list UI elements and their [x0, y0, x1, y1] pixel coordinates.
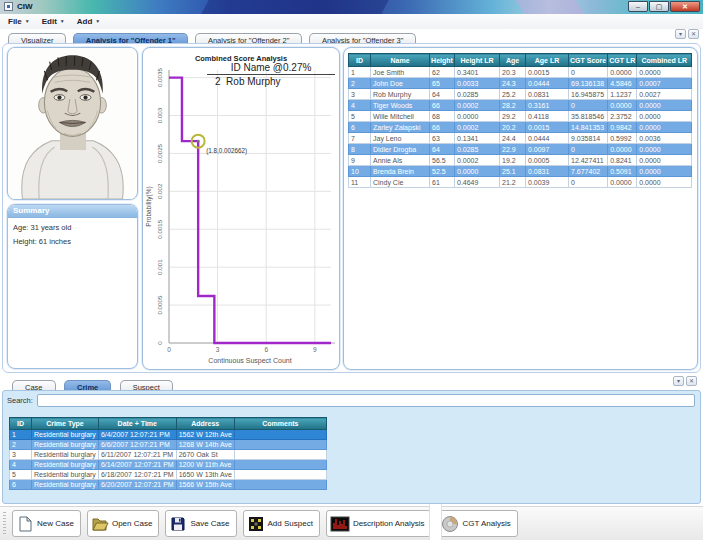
table-cell: Cindy Cie [371, 177, 430, 188]
column-header[interactable]: Comments [234, 418, 326, 430]
table-cell: Residential burglary [32, 440, 99, 450]
column-header[interactable]: Age [500, 54, 526, 67]
new-case-icon [16, 515, 34, 533]
table-row[interactable]: 6Residential burglary6/20/2007 12:07:21 … [10, 480, 327, 490]
column-header[interactable]: CGT Score [569, 54, 608, 67]
table-cell: 6/11/2007 12:07:21 PM [98, 450, 176, 460]
column-header[interactable]: Crime Type [32, 418, 99, 430]
dock-pin-icon[interactable]: ▾ [673, 376, 684, 386]
table-cell: 21.2 [500, 177, 526, 188]
table-cell: 63 [430, 133, 455, 144]
column-header[interactable]: ID [10, 418, 32, 430]
table-cell [234, 440, 326, 450]
menu-edit[interactable]: Edit▼ [42, 17, 65, 26]
column-header[interactable]: Height [430, 54, 455, 67]
table-row[interactable]: 7Jay Leno630.134124.40.04449.0358140.599… [349, 133, 692, 144]
table-cell: 6/18/2007 12:07:21 PM [98, 470, 176, 480]
table-cell: 0.3161 [526, 100, 569, 111]
chart-marker-label: (1.8,0.002662) [206, 147, 247, 155]
column-header[interactable]: Combined LR [637, 54, 692, 67]
column-header[interactable]: Name [371, 54, 430, 67]
new-case-button[interactable]: New Case [12, 510, 81, 537]
table-cell: 0.0000 [637, 144, 692, 155]
table-cell: 0.4649 [455, 177, 500, 188]
table-row[interactable]: 5Residential burglary6/18/2007 12:07:21 … [10, 470, 327, 480]
table-cell: 4 [349, 100, 371, 111]
table-cell: Residential burglary [32, 480, 99, 490]
dock-close-icon[interactable]: ✕ [686, 376, 697, 386]
table-row[interactable]: 4Residential burglary6/14/2007 12:07:21 … [10, 460, 327, 470]
y-tick-label: 0.0005 [156, 295, 163, 314]
probability-step-line [169, 78, 331, 343]
save-case-button[interactable]: Save Case [165, 510, 236, 537]
table-row[interactable]: 8Didier Drogba640.028522.90.009700.00000… [349, 144, 692, 155]
table-cell: 0.0000 [637, 100, 692, 111]
table-cell: 0.0002 [455, 100, 500, 111]
table-row[interactable]: 2John Doe650.003324.30.044469.1361384.58… [349, 78, 692, 89]
table-cell: 11 [349, 177, 371, 188]
column-header[interactable]: Age LR [526, 54, 569, 67]
column-header[interactable]: Date + Time [98, 418, 176, 430]
table-row[interactable]: 10Brenda Brein52.50.000025.10.08317.6774… [349, 166, 692, 177]
maximize-button[interactable]: ▢ [649, 1, 669, 12]
column-header[interactable]: Height LR [455, 54, 500, 67]
table-cell: 1200 W 11th Ave [176, 460, 234, 470]
menu-add[interactable]: Add▼ [77, 17, 101, 26]
table-cell: Zarley Zalapski [371, 122, 430, 133]
table-cell: 19.2 [500, 155, 526, 166]
table-row[interactable]: 2Residential burglary6/6/2007 12:07:21 P… [10, 440, 327, 450]
add-suspect-button[interactable]: Add Suspect [243, 510, 320, 537]
y-tick-label: 0 [156, 341, 163, 345]
table-row[interactable]: 4Tiger Woods660.000228.20.316100.00000.0… [349, 100, 692, 111]
table-cell: 3 [349, 89, 371, 100]
cgt-analysis-button[interactable]: CGT Analysis [437, 510, 517, 537]
top-tab-strip: Visualizer Analysis for "Offender 1" Ana… [0, 29, 703, 43]
table-cell: 16.945875 [569, 89, 608, 100]
table-cell: 0 [569, 144, 608, 155]
table-cell: 0.0285 [455, 144, 500, 155]
chart-panel: Combined Score Analysis ID Name @0.27% 2… [142, 47, 340, 370]
table-cell: 52.5 [430, 166, 455, 177]
table-cell: 69.136138 [569, 78, 608, 89]
dock-close-icon[interactable]: ✕ [688, 29, 699, 39]
table-row[interactable]: 1Residential burglary6/4/2007 12:07:21 P… [10, 430, 327, 440]
table-cell: 0.0285 [455, 89, 500, 100]
table-cell: Brenda Brein [371, 166, 430, 177]
table-cell: 20.2 [500, 122, 526, 133]
bottom-tab-strip: Case Crime Suspect ▾ ✕ [2, 376, 701, 390]
crime-table: IDCrime TypeDate + TimeAddressComments 1… [9, 417, 327, 490]
table-row[interactable]: 1Joe Smith620.340120.30.001500.00000.000… [349, 67, 692, 78]
y-tick-label: 0.0035 [156, 68, 163, 87]
table-cell: 62 [430, 67, 455, 78]
dock-pin-icon[interactable]: ▾ [675, 29, 686, 39]
description-analysis-icon [330, 515, 350, 533]
cgt-analysis-icon [441, 515, 459, 533]
search-input[interactable] [37, 394, 695, 407]
table-cell: 2 [349, 78, 371, 89]
open-case-button[interactable]: Open Case [87, 510, 159, 537]
wallpaper-shape [201, 0, 388, 14]
table-row[interactable]: 6Zarley Zalapski660.000220.20.001514.841… [349, 122, 692, 133]
table-row[interactable]: 5Wille Mitchell680.000029.20.411835.8185… [349, 111, 692, 122]
add-suspect-icon [247, 515, 265, 533]
table-cell: 0.0831 [526, 89, 569, 100]
description-analysis-button[interactable]: Description Analysis [326, 510, 432, 537]
table-cell: 10 [349, 166, 371, 177]
table-cell: 0.5091 [608, 166, 637, 177]
minimize-button[interactable]: – [628, 1, 648, 12]
probability-chart: 00.00050.0010.00150.0020.00250.0030.0035… [143, 48, 339, 369]
table-cell: Joe Smith [371, 67, 430, 78]
menu-file[interactable]: File▼ [8, 17, 30, 26]
close-button[interactable]: ✕ [670, 1, 700, 12]
column-header[interactable]: Address [176, 418, 234, 430]
app-icon [4, 2, 13, 11]
column-header[interactable]: ID [349, 54, 371, 67]
table-row[interactable]: 9Annie Als56.50.000219.20.000512.4274110… [349, 155, 692, 166]
table-cell: 0.0015 [526, 67, 569, 78]
table-cell: 0.0097 [526, 144, 569, 155]
table-row[interactable]: 3Rob Murphy640.028525.20.083116.9458751.… [349, 89, 692, 100]
table-row[interactable]: 3Residential burglary6/11/2007 12:07:21 … [10, 450, 327, 460]
table-row[interactable]: 11Cindy Cie610.464921.20.003900.00000.00… [349, 177, 692, 188]
table-cell: 2670 Oak St [176, 450, 234, 460]
column-header[interactable]: CGT LR [608, 54, 637, 67]
